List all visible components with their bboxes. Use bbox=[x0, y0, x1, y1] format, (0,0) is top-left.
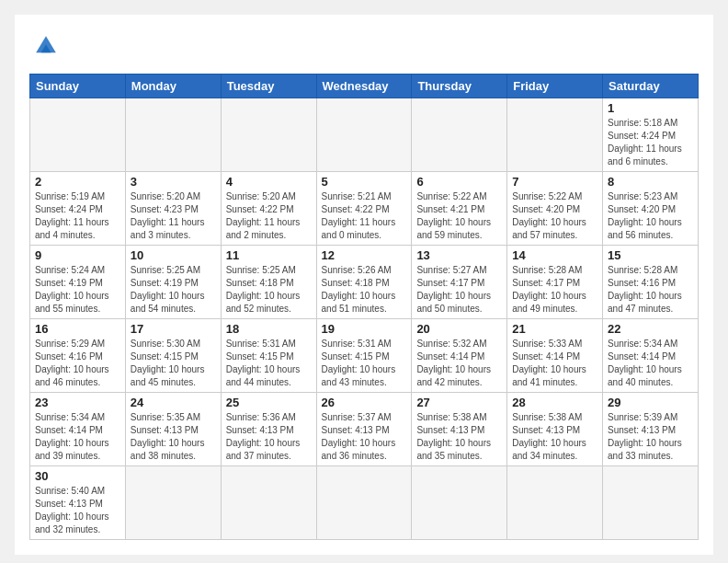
day-number: 26 bbox=[322, 396, 407, 409]
calendar-day-cell: 27Sunrise: 5:38 AM Sunset: 4:13 PM Dayli… bbox=[412, 393, 507, 466]
calendar-day-cell bbox=[507, 466, 603, 540]
day-number: 15 bbox=[608, 248, 693, 262]
calendar-day-cell: 15Sunrise: 5:28 AM Sunset: 4:16 PM Dayli… bbox=[603, 246, 699, 319]
day-info: Sunrise: 5:22 AM Sunset: 4:20 PM Dayligh… bbox=[512, 190, 597, 242]
calendar-week-row: 9Sunrise: 5:24 AM Sunset: 4:19 PM Daylig… bbox=[30, 246, 699, 319]
day-info: Sunrise: 5:25 AM Sunset: 4:18 PM Dayligh… bbox=[226, 264, 312, 316]
header-wednesday: Wednesday bbox=[316, 75, 412, 98]
day-info: Sunrise: 5:20 AM Sunset: 4:23 PM Dayligh… bbox=[131, 190, 216, 242]
day-number: 5 bbox=[322, 175, 407, 189]
day-info: Sunrise: 5:38 AM Sunset: 4:13 PM Dayligh… bbox=[416, 411, 502, 463]
header-friday: Friday bbox=[507, 75, 603, 98]
weekday-header-row: Sunday Monday Tuesday Wednesday Thursday… bbox=[30, 75, 699, 98]
calendar-day-cell: 10Sunrise: 5:25 AM Sunset: 4:19 PM Dayli… bbox=[125, 246, 221, 319]
calendar-day-cell: 16Sunrise: 5:29 AM Sunset: 4:16 PM Dayli… bbox=[30, 319, 126, 393]
day-number: 30 bbox=[35, 469, 120, 483]
calendar-day-cell: 17Sunrise: 5:30 AM Sunset: 4:15 PM Dayli… bbox=[125, 319, 221, 393]
calendar-day-cell: 5Sunrise: 5:21 AM Sunset: 4:22 PM Daylig… bbox=[316, 172, 412, 246]
day-number: 19 bbox=[322, 322, 407, 336]
calendar-day-cell: 4Sunrise: 5:20 AM Sunset: 4:22 PM Daylig… bbox=[221, 172, 316, 246]
logo bbox=[29, 29, 66, 63]
calendar-week-row: 23Sunrise: 5:34 AM Sunset: 4:14 PM Dayli… bbox=[30, 393, 699, 466]
day-info: Sunrise: 5:37 AM Sunset: 4:13 PM Dayligh… bbox=[322, 411, 407, 463]
day-info: Sunrise: 5:19 AM Sunset: 4:24 PM Dayligh… bbox=[35, 190, 120, 242]
calendar-day-cell: 3Sunrise: 5:20 AM Sunset: 4:23 PM Daylig… bbox=[125, 172, 221, 246]
calendar-day-cell: 25Sunrise: 5:36 AM Sunset: 4:13 PM Dayli… bbox=[221, 393, 316, 466]
calendar-day-cell bbox=[603, 466, 699, 540]
day-info: Sunrise: 5:33 AM Sunset: 4:14 PM Dayligh… bbox=[512, 338, 597, 389]
calendar-day-cell bbox=[221, 466, 316, 540]
header-thursday: Thursday bbox=[412, 75, 507, 98]
day-info: Sunrise: 5:34 AM Sunset: 4:14 PM Dayligh… bbox=[35, 411, 120, 463]
calendar-day-cell: 18Sunrise: 5:31 AM Sunset: 4:15 PM Dayli… bbox=[221, 319, 316, 393]
calendar-day-cell bbox=[507, 98, 603, 172]
calendar-day-cell: 28Sunrise: 5:38 AM Sunset: 4:13 PM Dayli… bbox=[507, 393, 603, 466]
calendar-day-cell: 26Sunrise: 5:37 AM Sunset: 4:13 PM Dayli… bbox=[316, 393, 412, 466]
calendar-day-cell: 6Sunrise: 5:22 AM Sunset: 4:21 PM Daylig… bbox=[412, 172, 507, 246]
calendar-day-cell: 8Sunrise: 5:23 AM Sunset: 4:20 PM Daylig… bbox=[603, 172, 699, 246]
day-number: 7 bbox=[512, 175, 597, 189]
day-info: Sunrise: 5:32 AM Sunset: 4:14 PM Dayligh… bbox=[416, 338, 502, 389]
day-number: 22 bbox=[608, 322, 693, 336]
day-number: 17 bbox=[131, 322, 216, 336]
day-info: Sunrise: 5:27 AM Sunset: 4:17 PM Dayligh… bbox=[416, 264, 502, 316]
day-number: 16 bbox=[35, 322, 120, 336]
calendar-day-cell: 7Sunrise: 5:22 AM Sunset: 4:20 PM Daylig… bbox=[507, 172, 603, 246]
generalblue-logo-icon bbox=[29, 29, 63, 63]
day-info: Sunrise: 5:26 AM Sunset: 4:18 PM Dayligh… bbox=[322, 264, 407, 316]
day-number: 12 bbox=[322, 248, 407, 262]
day-info: Sunrise: 5:34 AM Sunset: 4:14 PM Dayligh… bbox=[608, 338, 693, 389]
calendar-day-cell bbox=[316, 466, 412, 540]
day-number: 2 bbox=[35, 175, 120, 189]
day-info: Sunrise: 5:25 AM Sunset: 4:19 PM Dayligh… bbox=[131, 264, 216, 316]
calendar-day-cell: 9Sunrise: 5:24 AM Sunset: 4:19 PM Daylig… bbox=[30, 246, 126, 319]
calendar-week-row: 30Sunrise: 5:40 AM Sunset: 4:13 PM Dayli… bbox=[30, 466, 699, 540]
day-info: Sunrise: 5:35 AM Sunset: 4:13 PM Dayligh… bbox=[131, 411, 216, 463]
day-info: Sunrise: 5:29 AM Sunset: 4:16 PM Dayligh… bbox=[35, 338, 120, 389]
day-number: 21 bbox=[512, 322, 597, 336]
day-info: Sunrise: 5:30 AM Sunset: 4:15 PM Dayligh… bbox=[131, 338, 216, 389]
calendar-day-cell bbox=[412, 466, 507, 540]
calendar-table: Sunday Monday Tuesday Wednesday Thursday… bbox=[29, 74, 699, 540]
day-number: 23 bbox=[35, 396, 120, 409]
calendar-day-cell bbox=[221, 98, 316, 172]
day-info: Sunrise: 5:22 AM Sunset: 4:21 PM Dayligh… bbox=[416, 190, 502, 242]
day-info: Sunrise: 5:36 AM Sunset: 4:13 PM Dayligh… bbox=[226, 411, 312, 463]
day-number: 11 bbox=[226, 248, 312, 262]
day-number: 8 bbox=[608, 175, 693, 189]
day-number: 29 bbox=[608, 396, 693, 409]
day-number: 27 bbox=[416, 396, 502, 409]
day-info: Sunrise: 5:21 AM Sunset: 4:22 PM Dayligh… bbox=[322, 190, 407, 242]
calendar-day-cell bbox=[125, 466, 221, 540]
day-info: Sunrise: 5:40 AM Sunset: 4:13 PM Dayligh… bbox=[35, 485, 120, 536]
calendar-day-cell: 11Sunrise: 5:25 AM Sunset: 4:18 PM Dayli… bbox=[221, 246, 316, 319]
calendar-week-row: 2Sunrise: 5:19 AM Sunset: 4:24 PM Daylig… bbox=[30, 172, 699, 246]
day-info: Sunrise: 5:39 AM Sunset: 4:13 PM Dayligh… bbox=[608, 411, 693, 463]
day-info: Sunrise: 5:31 AM Sunset: 4:15 PM Dayligh… bbox=[226, 338, 312, 389]
calendar-day-cell bbox=[316, 98, 412, 172]
calendar-day-cell: 24Sunrise: 5:35 AM Sunset: 4:13 PM Dayli… bbox=[125, 393, 221, 466]
day-info: Sunrise: 5:24 AM Sunset: 4:19 PM Dayligh… bbox=[35, 264, 120, 316]
day-number: 9 bbox=[35, 248, 120, 262]
calendar-day-cell bbox=[30, 98, 126, 172]
calendar-day-cell: 29Sunrise: 5:39 AM Sunset: 4:13 PM Dayli… bbox=[603, 393, 699, 466]
day-number: 25 bbox=[226, 396, 312, 409]
header-monday: Monday bbox=[125, 75, 221, 98]
day-info: Sunrise: 5:18 AM Sunset: 4:24 PM Dayligh… bbox=[608, 117, 693, 168]
day-number: 13 bbox=[416, 248, 502, 262]
day-info: Sunrise: 5:20 AM Sunset: 4:22 PM Dayligh… bbox=[226, 190, 312, 242]
header-tuesday: Tuesday bbox=[221, 75, 316, 98]
calendar-day-cell: 12Sunrise: 5:26 AM Sunset: 4:18 PM Dayli… bbox=[316, 246, 412, 319]
calendar-week-row: 1Sunrise: 5:18 AM Sunset: 4:24 PM Daylig… bbox=[30, 98, 699, 172]
day-info: Sunrise: 5:38 AM Sunset: 4:13 PM Dayligh… bbox=[512, 411, 597, 463]
calendar-day-cell: 14Sunrise: 5:28 AM Sunset: 4:17 PM Dayli… bbox=[507, 246, 603, 319]
day-number: 28 bbox=[512, 396, 597, 409]
day-number: 6 bbox=[416, 175, 502, 189]
calendar-day-cell: 20Sunrise: 5:32 AM Sunset: 4:14 PM Dayli… bbox=[412, 319, 507, 393]
header bbox=[29, 29, 699, 63]
day-info: Sunrise: 5:28 AM Sunset: 4:17 PM Dayligh… bbox=[512, 264, 597, 316]
day-number: 10 bbox=[131, 248, 216, 262]
day-number: 3 bbox=[131, 175, 216, 189]
day-number: 14 bbox=[512, 248, 597, 262]
day-number: 4 bbox=[226, 175, 312, 189]
